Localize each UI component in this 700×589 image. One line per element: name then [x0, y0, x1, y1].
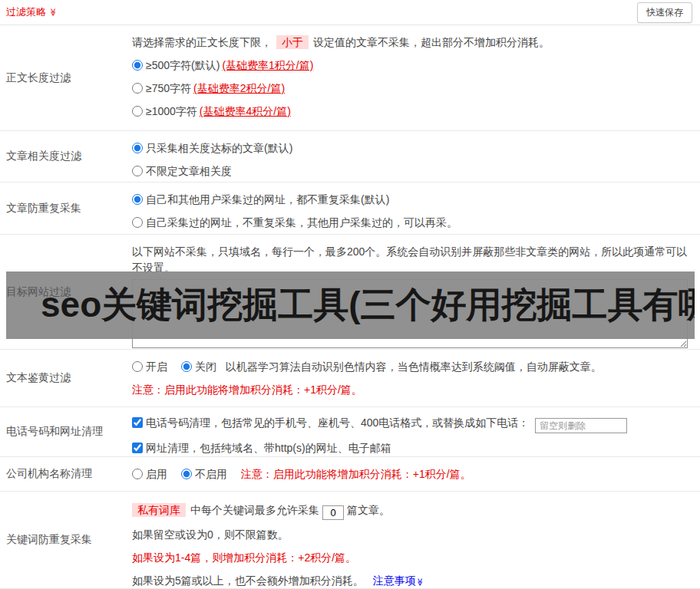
option-label: ≥500字符(默认): [146, 59, 220, 71]
row-label: 文章相关度过滤: [0, 131, 132, 182]
radio-option-500[interactable]: ≥500字符(默认)(基础费率1积分/篇): [132, 58, 694, 74]
checkbox-url-cleanup[interactable]: [132, 443, 143, 453]
radio-dedup-all[interactable]: [132, 194, 143, 205]
replacement-phone-input[interactable]: [535, 418, 627, 433]
option-label: 网址清理，包括纯域名、带http(s)的网址、电子邮箱: [146, 442, 391, 454]
radio-750[interactable]: [132, 83, 143, 94]
intro-post: 设定值的文章不采集，超出部分不增加积分消耗。: [313, 36, 550, 48]
option-label: 只采集相关度达标的文章(默认): [146, 142, 292, 154]
radio-company-off[interactable]: [181, 469, 192, 479]
radio-option-1000[interactable]: ≥1000字符(基础费率4积分/篇): [132, 104, 694, 120]
keyword-limit-line: 私有词库中每个关键词最多允许采集篇文章。: [132, 502, 694, 520]
radio-1000[interactable]: [132, 106, 143, 117]
row-content: 启用 不启用 注意：启用此功能将增加积分消耗：+1积分/篇。: [132, 457, 700, 491]
option-label: 电话号码清理，包括常见的手机号、座机号、400电话格式，或替换成如下电话：: [146, 416, 529, 429]
option-label: ≥1000字符: [146, 105, 197, 117]
radio-relevance-default[interactable]: [132, 143, 143, 153]
radio-porn-on[interactable]: [132, 361, 143, 372]
row-porn-filter: 文本鉴黄过滤 开启 关闭 以机器学习算法自动识别色情内容，当色情概率达到系统阈值…: [0, 350, 700, 407]
quick-save-button[interactable]: 快速保存: [637, 2, 692, 23]
option-label: ≥750字符: [146, 82, 191, 94]
notice-link[interactable]: 注意事项≫: [373, 574, 424, 587]
row-label: 文本鉴黄过滤: [0, 350, 132, 406]
radio-relevance-any[interactable]: [132, 166, 143, 176]
porn-options-line: 开启 关闭 以机器学习算法自动识别色情内容，当色情概率达到系统阈值，自动屏蔽文章…: [132, 359, 694, 375]
option-label: 自己采集过的网址，不重复采集，其他用户采集过的，可以再采。: [146, 216, 457, 229]
chevron-down-icon: ≫: [49, 8, 57, 16]
checkbox-option-url[interactable]: 网址清理，包括纯域名、带http(s)的网址、电子邮箱: [132, 442, 391, 454]
private-lexicon-highlight: 私有词库: [132, 503, 186, 517]
page-title: 过滤策略: [6, 5, 46, 19]
company-note: 注意：启用此功能将增加积分消耗：+1积分/篇。: [241, 468, 471, 480]
filter-settings-page: 过滤策略 ≫ 快速保存 正文长度过滤 请选择需求的正文长度下限，小于设定值的文章…: [0, 0, 700, 589]
row-label: 电话号码和网址清理: [0, 407, 132, 456]
row-phone-url-cleanup: 电话号码和网址清理 电话号码清理，包括常见的手机号、座机号、400电话格式，或替…: [0, 407, 700, 457]
fee-label: (基础费率4积分/篇): [200, 105, 291, 117]
note-text: 如果设为5篇或以上，也不会额外增加积分消耗。: [132, 574, 364, 587]
row-relevance: 文章相关度过滤 只采集相关度达标的文章(默认) 不限定文章相关度: [0, 131, 700, 183]
keyword-limit-input[interactable]: [322, 505, 344, 520]
row-label: 公司机构名称清理: [0, 457, 132, 491]
option-label: 不限定文章相关度: [146, 165, 232, 177]
radio-option-dedup-own[interactable]: 自己采集过的网址，不重复采集，其他用户采集过的，可以再采。: [132, 215, 694, 231]
radio-option-porn-off[interactable]: 关闭: [181, 360, 220, 373]
length-intro: 请选择需求的正文长度下限，小于设定值的文章不采集，超出部分不增加积分消耗。: [132, 35, 694, 51]
radio-option-company-off[interactable]: 不启用: [181, 468, 230, 480]
radio-500[interactable]: [132, 60, 143, 71]
keyword-note-zero: 如果留空或设为0，则不限篇数。: [132, 527, 694, 543]
checkbox-phone-cleanup[interactable]: [132, 417, 143, 428]
row-content: 只采集相关度达标的文章(默认) 不限定文章相关度: [132, 131, 700, 182]
radio-option-porn-on[interactable]: 开启: [132, 360, 170, 373]
row-keyword-dedup: 关键词防重复采集 私有词库中每个关键词最多允许采集篇文章。 如果留空或设为0，则…: [0, 492, 700, 589]
row-label: 目标网站过滤: [0, 235, 132, 349]
option-label: 自己和其他用户采集过的网址，都不重复采集(默认): [146, 193, 389, 206]
option-label: 开启: [146, 360, 167, 373]
row-content: 开启 关闭 以机器学习算法自动识别色情内容，当色情概率达到系统阈值，自动屏蔽文章…: [132, 350, 700, 406]
radio-option-relevance-default[interactable]: 只采集相关度达标的文章(默认): [132, 140, 694, 156]
row-label: 文章防重复采集: [0, 183, 132, 234]
row-body-length: 正文长度过滤 请选择需求的正文长度下限，小于设定值的文章不采集，超出部分不增加积…: [0, 25, 700, 131]
keyword-note-five: 如果设为5篇或以上，也不会额外增加积分消耗。 注意事项≫: [132, 573, 694, 589]
topbar: 过滤策略 ≫ 快速保存: [0, 0, 700, 25]
company-options-line: 启用 不启用 注意：启用此功能将增加积分消耗：+1积分/篇。: [132, 466, 694, 482]
checkbox-option-phone[interactable]: 电话号码清理，包括常见的手机号、座机号、400电话格式，或替换成如下电话：: [132, 416, 532, 429]
radio-option-750[interactable]: ≥750字符(基础费率2积分/篇): [132, 81, 694, 97]
row-content: 私有词库中每个关键词最多允许采集篇文章。 如果留空或设为0，则不限篇数。 如果设…: [132, 492, 700, 588]
row-label: 关键词防重复采集: [0, 492, 132, 588]
limit-text: 中每个关键词最多允许采集: [190, 504, 319, 516]
intro-highlight: 小于: [276, 35, 309, 49]
radio-option-relevance-any[interactable]: 不限定文章相关度: [132, 163, 694, 179]
radio-porn-off[interactable]: [181, 361, 192, 372]
fee-label: (基础费率1积分/篇): [222, 59, 313, 71]
porn-note: 注意：启用此功能将增加积分消耗：+1积分/篇。: [132, 382, 694, 398]
row-content: 请选择需求的正文长度下限，小于设定值的文章不采集，超出部分不增加积分消耗。 ≥5…: [132, 25, 700, 130]
option-label: 不启用: [195, 468, 227, 480]
row-label: 正文长度过滤: [0, 25, 132, 130]
option-label: 启用: [146, 468, 167, 480]
row-company-cleanup: 公司机构名称清理 启用 不启用 注意：启用此功能将增加积分消耗：+1积分/篇。: [0, 457, 700, 492]
porn-desc: 以机器学习算法自动识别色情内容，当色情概率达到系统阈值，自动屏蔽文章。: [226, 360, 602, 373]
radio-option-dedup-all[interactable]: 自己和其他用户采集过的网址，都不重复采集(默认): [132, 192, 694, 208]
chevron-down-icon: ≫: [416, 578, 424, 586]
radio-dedup-own[interactable]: [132, 217, 143, 228]
keyword-note-fee: 如果设为1-4篇，则增加积分消耗：+2积分/篇。: [132, 550, 694, 566]
fee-label: (基础费率2积分/篇): [193, 82, 285, 94]
intro-pre: 请选择需求的正文长度下限，: [132, 36, 272, 48]
row-dedup: 文章防重复采集 自己和其他用户采集过的网址，都不重复采集(默认) 自己采集过的网…: [0, 183, 700, 235]
url-cleanup-line: 网址清理，包括纯域名、带http(s)的网址、电子邮箱: [132, 440, 694, 456]
option-label: 关闭: [195, 360, 216, 373]
radio-option-company-on[interactable]: 启用: [132, 468, 170, 480]
limit-text-post: 篇文章。: [347, 504, 390, 516]
phone-cleanup-line: 电话号码清理，包括常见的手机号、座机号、400电话格式，或替换成如下电话：: [132, 415, 694, 433]
row-content: 自己和其他用户采集过的网址，都不重复采集(默认) 自己采集过的网址，不重复采集，…: [132, 183, 700, 234]
watermark-title: seo关键词挖掘工具(三个好用挖掘工具有哪: [41, 281, 695, 329]
filter-strategy-toggle[interactable]: 过滤策略 ≫: [6, 5, 57, 19]
notice-link-label: 注意事项: [373, 574, 416, 587]
radio-company-on[interactable]: [132, 469, 143, 479]
row-content: 电话号码清理，包括常见的手机号、座机号、400电话格式，或替换成如下电话： 网址…: [132, 407, 700, 456]
